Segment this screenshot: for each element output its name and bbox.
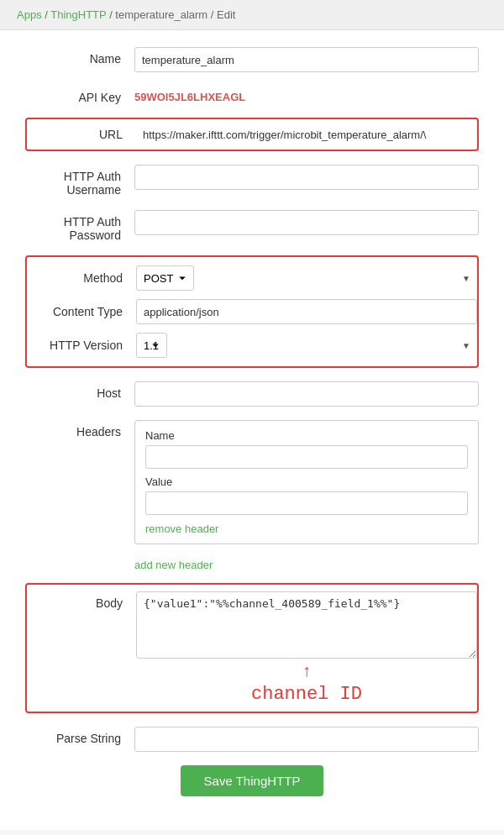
headers-row: Headers Name Value remove header (25, 420, 479, 544)
host-row: Host (25, 381, 479, 407)
url-section: URL (25, 118, 479, 151)
content-type-row: Content Type (27, 299, 477, 324)
header-value-input[interactable] (145, 491, 468, 515)
method-select-wrapper: POST GET PUT DELETE PATCH (136, 265, 477, 291)
http-auth-password-label: HTTP Auth Password (25, 210, 134, 242)
breadcrumb-app-name: temperature_alarm (115, 8, 207, 21)
url-label: URL (27, 128, 136, 141)
method-select[interactable]: POST GET PUT DELETE PATCH (136, 265, 194, 291)
arrow-up-icon: ↑ (136, 661, 477, 680)
header-name-input[interactable] (145, 445, 468, 469)
header-name-sub-label: Name (145, 429, 468, 442)
api-key-label: API Key (25, 86, 134, 104)
headers-box: Name Value remove header (134, 420, 479, 544)
add-new-header-link[interactable]: add new header (134, 559, 213, 571)
remove-header-link[interactable]: remove header (145, 523, 218, 535)
content-type-input[interactable] (136, 299, 477, 324)
api-key-value: 59WOI5JL6LHXEAGL (134, 86, 245, 103)
headers-label: Headers (25, 420, 134, 439)
host-input[interactable] (134, 381, 479, 407)
header-value-sub-label: Value (145, 475, 468, 488)
content-type-label: Content Type (27, 305, 136, 318)
parse-string-row: Parse String (25, 727, 479, 752)
http-version-select-wrapper: 1.1 1.0 2.0 (136, 333, 477, 358)
breadcrumb-apps-link[interactable]: Apps (17, 8, 42, 21)
breadcrumb-thingyhttp-link[interactable]: ThingHTTP (50, 8, 106, 21)
method-section: Method POST GET PUT DELETE PATCH Content… (25, 255, 479, 368)
http-auth-password-input[interactable] (134, 210, 479, 235)
http-version-select[interactable]: 1.1 1.0 2.0 (136, 333, 167, 358)
name-row: Name (25, 47, 479, 72)
method-label: Method (27, 271, 136, 285)
form-container: Name API Key 59WOI5JL6LHXEAGL URL HTTP A… (0, 30, 504, 830)
channel-id-annotation: channel ID (136, 684, 477, 705)
http-auth-username-row: HTTP Auth Username (25, 165, 479, 197)
method-row: Method POST GET PUT DELETE PATCH (27, 265, 477, 291)
name-input[interactable] (134, 47, 479, 72)
name-label: Name (25, 47, 134, 66)
url-input[interactable] (136, 119, 477, 150)
body-section: Body {"value1":"%%channel_400589_field_1… (25, 583, 479, 713)
breadcrumb-sep3: / (211, 8, 217, 21)
host-label: Host (25, 381, 134, 400)
api-key-row: API Key 59WOI5JL6LHXEAGL (25, 86, 479, 104)
http-auth-password-row: HTTP Auth Password (25, 210, 479, 242)
http-version-row: HTTP Version 1.1 1.0 2.0 (27, 333, 477, 358)
save-thingyhttp-button[interactable]: Save ThingHTTP (181, 765, 324, 796)
body-textarea-wrap: {"value1":"%%channel_400589_field_1%%"} … (136, 591, 477, 705)
parse-string-input[interactable] (134, 727, 479, 752)
body-textarea[interactable]: {"value1":"%%channel_400589_field_1%%"} (136, 591, 477, 659)
breadcrumb-edit-label: Edit (217, 8, 235, 21)
http-auth-username-input[interactable] (134, 165, 479, 190)
parse-string-label: Parse String (25, 727, 134, 745)
breadcrumb: Apps / ThingHTTP / temperature_alarm / E… (0, 0, 504, 30)
http-auth-username-label: HTTP Auth Username (25, 165, 134, 197)
body-label: Body (27, 591, 136, 610)
http-version-label: HTTP Version (27, 339, 136, 352)
